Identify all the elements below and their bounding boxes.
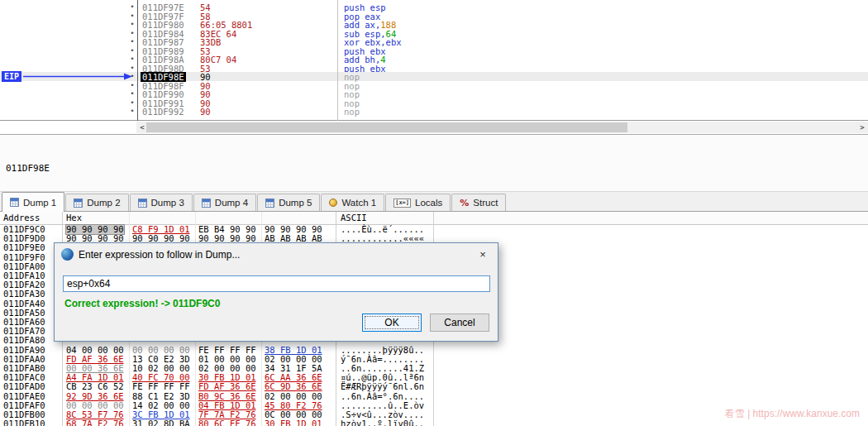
tab-label: Watch 1 — [341, 198, 376, 208]
tab-watch-1[interactable]: Watch 1 — [321, 194, 384, 211]
tab-label: Locals — [415, 198, 442, 208]
scrollbar-thumb[interactable] — [146, 122, 627, 132]
dump-hex-group: 31 02 8D BA — [132, 419, 190, 426]
locals-icon: [x=] — [393, 199, 411, 208]
disasm-bytes: 90 — [200, 107, 211, 117]
dump-address: 011DFA80 — [3, 336, 45, 345]
dump-address: 011DF9E0 — [3, 243, 45, 252]
dump-hex-group: CB 23 C6 52 — [66, 382, 124, 391]
disasm-instruction: nop — [344, 107, 360, 117]
dump-hex-group: FD AF 36 6E — [198, 382, 256, 391]
tab-label: Dump 5 — [279, 198, 312, 208]
expression-input[interactable] — [63, 275, 490, 292]
info-pane: 011DF98E — [0, 134, 868, 191]
eip-arrow-icon — [0, 0, 137, 121]
dump-address: 011DFAD0 — [3, 382, 45, 391]
tab-dump-5[interactable]: Dump 5 — [257, 194, 320, 211]
watermark: 看雪 | https://www.kanxue.com — [725, 407, 860, 421]
dump-address: 011DFB10 — [3, 419, 45, 426]
dialog-close-button[interactable]: × — [470, 243, 496, 266]
scroll-right-arrow-icon: > — [860, 123, 864, 132]
hex-column-header: Hex — [66, 212, 82, 224]
dump-hex-group: 68 7A F2 76 — [66, 419, 124, 426]
address-column-header: Address — [3, 212, 40, 224]
dump-ascii: hzòv1..º.lïv0û.. — [341, 419, 424, 426]
dump-table-header: Address Hex ASCII — [0, 212, 868, 225]
dump-ascii: Ë#ÆRþÿÿÿý¯6nl.6n — [341, 382, 424, 391]
struct-icon: % — [460, 199, 469, 208]
dump-row[interactable]: 011DFAA0FD AF 36 6E13 C0 E2 3D01 00 00 0… — [0, 355, 868, 364]
cancel-button[interactable]: Cancel — [430, 314, 489, 332]
tab-struct[interactable]: %Struct — [451, 194, 506, 211]
scroll-left-arrow-icon: < — [140, 123, 144, 132]
expression-dialog: Enter expression to follow in Dump... × … — [54, 242, 498, 342]
tab-label: Dump 2 — [87, 198, 120, 208]
tab-label: Dump 3 — [151, 198, 184, 208]
dump-hex-group: FE FF FF FF — [132, 382, 190, 391]
dump-address: 011DFA30 — [3, 290, 45, 299]
dump-row[interactable]: 011DFA9004 00 00 0000 00 00 00FE FF FF F… — [0, 346, 868, 355]
instruction-token: nop — [344, 107, 360, 117]
tab-dump-1[interactable]: Dump 1 — [2, 192, 64, 212]
dump-row[interactable]: 011DFAC0A4 FA 1D 0140 FC 70 0030 FB 1D 0… — [0, 373, 868, 382]
dump-hex-group: 6C 9D 36 6E — [265, 382, 322, 391]
dump-grid-icon — [138, 199, 147, 208]
ok-button[interactable]: OK — [362, 314, 422, 332]
tab-dump-2[interactable]: Dump 2 — [65, 194, 128, 211]
pane-separator[interactable] — [137, 0, 138, 121]
close-icon: × — [479, 248, 486, 261]
disassembly-pane: •011DF97E54push esp•011DF97F58pop eax•01… — [0, 0, 868, 121]
dump-grid-icon — [202, 199, 211, 208]
tab-dump-4[interactable]: Dump 4 — [193, 194, 256, 211]
scroll-right-button[interactable]: > — [856, 122, 868, 133]
expression-dialog-icon — [61, 248, 74, 261]
disasm-address: 011DF992 — [142, 107, 184, 117]
tab-dump-3[interactable]: Dump 3 — [130, 194, 193, 211]
horizontal-scrollbar[interactable]: < > — [136, 122, 868, 133]
tab-label: Struct — [473, 198, 498, 208]
dump-hex-group: 80 6C EF 76 — [198, 419, 256, 426]
dialog-title: Enter expression to follow in Dump... — [79, 249, 240, 261]
dump-hex-group: 30 FB 1D 01 — [265, 419, 322, 426]
tab-label: Dump 1 — [23, 198, 56, 208]
ascii-column-header: ASCII — [341, 212, 367, 224]
dump-grid-icon — [265, 199, 274, 208]
dump-grid-icon — [10, 198, 19, 207]
dump-row[interactable]: 011DFAB000 00 36 6E10 02 00 0002 00 00 0… — [0, 364, 868, 373]
dump-row[interactable]: 011DFAE092 9D 36 6E88 C1 E2 3DB0 9C 36 6… — [0, 392, 868, 401]
dump-grid-icon — [74, 199, 83, 208]
expression-result-message: Correct expression! -> 011DF9C0 — [64, 298, 220, 309]
watch-icon — [329, 199, 337, 207]
dialog-titlebar[interactable]: Enter expression to follow in Dump... × — [55, 243, 498, 266]
dump-tabbar: Dump 1Dump 2Dump 3Dump 4Dump 5Watch 1[x=… — [0, 191, 868, 212]
info-address-text: 011DF98E — [6, 163, 50, 174]
tab-locals[interactable]: [x=]Locals — [385, 194, 451, 211]
column-separator — [337, 0, 338, 121]
dump-row[interactable]: 011DF9C090 90 90 90C8 F9 1D 01EB B4 90 9… — [0, 225, 868, 234]
dump-row[interactable]: 011DFAD0CB 23 C6 52FE FF FF FFFD AF 36 6… — [0, 382, 868, 391]
tab-label: Dump 4 — [215, 198, 248, 208]
eip-label: EIP — [2, 71, 21, 82]
